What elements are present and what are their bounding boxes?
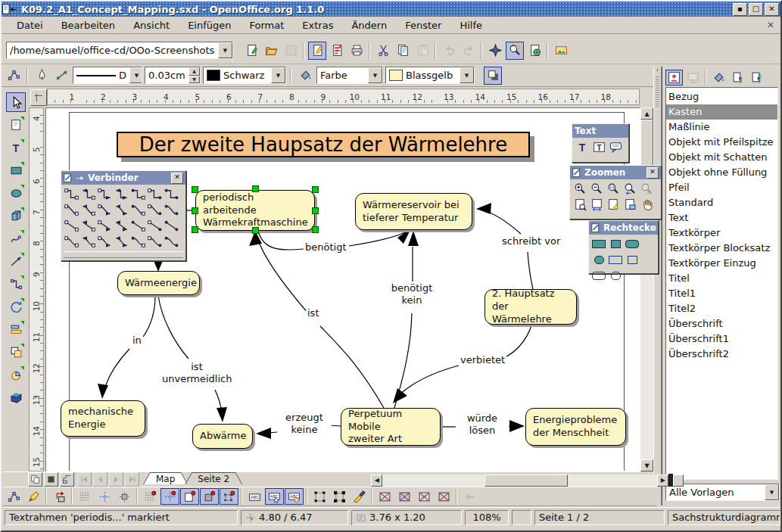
style-objekt-ohne-fuellung[interactable]: Objekt ohne Füllung (666, 165, 777, 180)
line-width-field[interactable]: 0.03cm ▲▼ (145, 67, 201, 84)
modify-with-attributes-toggle[interactable] (350, 488, 369, 505)
menu-bearbeiten[interactable]: Bearbeiten (52, 18, 124, 33)
style-titel2[interactable]: Titel2 (666, 301, 777, 316)
update-style-button[interactable]: ¶ (748, 70, 765, 86)
cut-button[interactable] (374, 42, 392, 60)
zoomen-close-icon[interactable]: ✕ (646, 167, 659, 179)
master-mode-button[interactable] (44, 472, 58, 487)
hscroll-track[interactable] (382, 474, 484, 487)
first-page-button[interactable] (77, 472, 92, 487)
horizontal-ruler[interactable]: 123456789101112131415161718 (47, 89, 640, 105)
selection-handle[interactable] (252, 227, 259, 234)
text-button[interactable]: T (574, 139, 590, 155)
status-position[interactable]: 4.80 / 6.47 (241, 510, 348, 525)
zoomen-title-bar[interactable]: Zoomen ✕ (570, 166, 661, 179)
page-mode-button[interactable] (28, 472, 42, 487)
connector-type-icon[interactable] (63, 218, 79, 234)
url-combobox[interactable]: /home/samuel/office-cd/OOo-Screenshots ▼ (6, 42, 233, 59)
snap-to-margins-toggle[interactable] (180, 488, 199, 505)
connector-type-icon[interactable] (63, 202, 79, 218)
zoom-button[interactable] (506, 42, 524, 60)
fill-color-dropdown-icon[interactable]: ▼ (460, 67, 474, 83)
node-waermereservoir[interactable]: Wärmereservoir bei tieferer Temperatur (355, 193, 472, 230)
helplines-while-moving-toggle[interactable] (115, 488, 134, 505)
zoom-page-button[interactable] (572, 197, 588, 213)
verbinder-close-icon[interactable]: ✕ (171, 173, 183, 184)
pin-icon[interactable] (76, 173, 86, 183)
style-text[interactable]: Text (666, 210, 777, 226)
connector-type-icon[interactable] (79, 218, 96, 234)
splitter-arrow-icon[interactable]: › (654, 67, 661, 73)
style-ueberschrift[interactable]: Überschrift (666, 316, 777, 331)
node-abwaerme[interactable]: Abwärme (192, 424, 253, 449)
tab-map[interactable]: Map (143, 473, 188, 487)
text-placeholder-toggle[interactable] (415, 488, 434, 505)
snap-to-object-frame-toggle[interactable] (200, 488, 219, 505)
zoom-tool[interactable] (6, 115, 26, 135)
redo-button[interactable] (460, 42, 478, 60)
palette-resize-grip[interactable] (64, 251, 183, 258)
rechtecke-palette[interactable]: Rechtecke ✕ (588, 220, 659, 274)
show-snaplines-toggle[interactable] (95, 488, 114, 505)
node-waermekraftmaschine[interactable]: periodisch arbeitende Wärmekraftmaschine (195, 190, 315, 231)
large-handles-toggle[interactable] (330, 488, 349, 505)
presentation-styles-button[interactable] (684, 70, 702, 86)
3d-objects-tool[interactable] (6, 206, 26, 226)
node-mechanische-energie[interactable]: mechanische Energie (61, 400, 145, 437)
filled-square-tool[interactable] (607, 236, 624, 252)
text-tool[interactable]: T (6, 138, 26, 157)
rectangle-tool[interactable] (6, 160, 26, 180)
edge-label-erzeugt-keine[interactable]: erzeugt keine (277, 412, 332, 435)
style-pfeil[interactable]: Pfeil (666, 180, 777, 195)
fill-color-combobox[interactable]: Blassgelb ▼ (385, 67, 475, 84)
line-style-dropdown-icon[interactable]: ▼ (129, 67, 142, 83)
style-objekt-mit-pfeilspitze[interactable]: Objekt mit Pfeilspitze (666, 135, 777, 150)
save-button[interactable] (282, 42, 300, 60)
rechtecke-title-bar[interactable]: Rechtecke ✕ (589, 221, 658, 235)
filled-rectangle-tool[interactable] (590, 236, 607, 252)
line-style-combobox[interactable]: D ▼ (73, 67, 142, 84)
menubar-close-icon[interactable]: ✕ (767, 20, 774, 30)
node-waermeenergie[interactable]: Wärmeenergie (117, 271, 200, 295)
line-dialog-button[interactable] (33, 67, 51, 85)
arrange-tool[interactable] (6, 342, 26, 362)
selection-handle[interactable] (312, 186, 319, 193)
double-click-edit-toggle[interactable]: ABC (285, 488, 304, 505)
hscroll-thumb[interactable] (484, 474, 568, 487)
connector-type-icon[interactable] (113, 218, 129, 234)
style-bezug[interactable]: Bezug (666, 89, 777, 104)
edge-label-benoetigt[interactable]: benötigt (304, 241, 348, 254)
connector-type-icon[interactable] (129, 218, 146, 234)
rectangle-outline-tool[interactable] (607, 252, 624, 268)
edge-label-benoetigt-kein[interactable]: benötigt kein (385, 282, 439, 306)
status-size[interactable]: 3.76 x 1.20 (351, 510, 462, 525)
zoom-optimal-button[interactable] (605, 197, 622, 213)
connector-type-icon[interactable] (79, 202, 96, 218)
filled-rounded-square-tool[interactable] (590, 252, 607, 268)
zoom-100-button[interactable]: 1:1 (605, 181, 622, 197)
effects-tool[interactable] (6, 365, 26, 384)
gallery-button[interactable] (552, 42, 570, 60)
connector-type-icon[interactable] (96, 234, 113, 250)
paste-button[interactable] (413, 42, 432, 60)
layer-mode-button[interactable] (60, 472, 74, 487)
connector-type-icon[interactable] (113, 234, 129, 250)
connector-type-icon[interactable] (96, 202, 113, 218)
ellipse-tool[interactable] (6, 183, 26, 203)
style-ueberschrift2[interactable]: Überschrift2 (666, 347, 777, 362)
edit-file-button[interactable] (308, 42, 326, 60)
style-masslinie[interactable]: Maßlinie (666, 120, 777, 135)
zoom-next-button[interactable] (638, 181, 655, 197)
hyperlink-button[interactable] (525, 42, 544, 60)
quick-edit-toggle[interactable]: ABC (245, 488, 264, 505)
menu-hilfe[interactable]: Hilfe (450, 18, 491, 33)
previous-page-button[interactable] (93, 472, 107, 487)
status-zoom[interactable]: 108% (465, 510, 509, 525)
select-text-area-toggle[interactable]: ABC (265, 488, 284, 505)
node-energieprobleme[interactable]: Energieprobleme der Menschheit (525, 408, 626, 446)
close-button[interactable]: ✕ (765, 3, 779, 16)
connector-type-icon[interactable] (163, 234, 179, 250)
menu-extras[interactable]: Extras (293, 18, 342, 33)
shadow-toggle[interactable] (484, 67, 502, 85)
exit-all-groups-button[interactable] (460, 488, 479, 505)
